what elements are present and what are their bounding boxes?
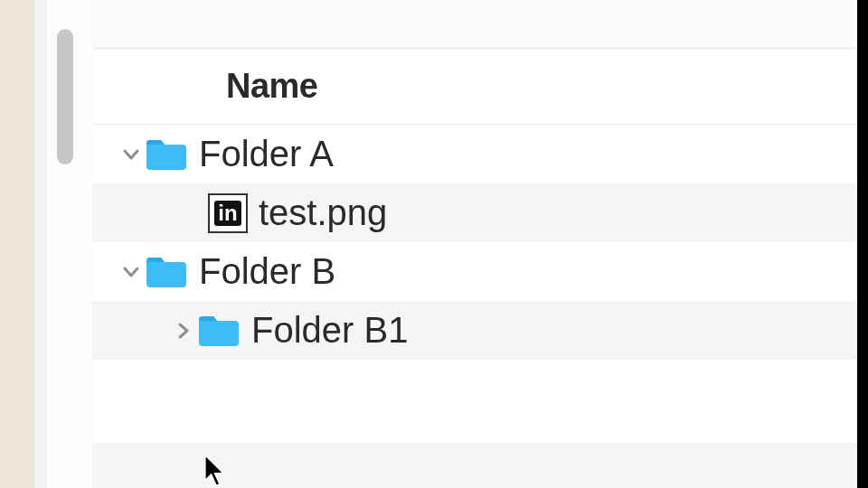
column-header-row[interactable]: Name <box>92 49 857 125</box>
chevron-down-icon[interactable] <box>118 144 145 165</box>
chevron-down-icon[interactable] <box>118 261 145 283</box>
window-frame-left <box>34 0 47 488</box>
item-name: Folder A <box>199 134 334 174</box>
image-file-icon: in <box>208 193 248 233</box>
folder-icon <box>145 254 188 290</box>
window-bezel-left <box>0 0 34 488</box>
folder-row[interactable]: Folder A <box>92 125 857 183</box>
column-header-name[interactable]: Name <box>226 67 318 106</box>
toolbar <box>92 0 857 49</box>
sidebar-scroll-thumb[interactable] <box>57 29 73 164</box>
item-name: test.png <box>259 192 387 233</box>
item-name: Folder B1 <box>251 310 408 351</box>
file-list-panel: Name Folder A in test.png <box>92 0 857 488</box>
chevron-right-icon[interactable] <box>170 320 197 342</box>
file-rows: Folder A in test.png Folder B <box>92 125 857 360</box>
folder-icon <box>197 313 241 349</box>
file-row[interactable]: in test.png <box>92 183 857 242</box>
window-bezel-right <box>857 0 868 488</box>
cursor-icon <box>203 454 230 488</box>
folder-row[interactable]: Folder B <box>92 242 857 301</box>
item-name: Folder B <box>199 251 335 292</box>
folder-row[interactable]: Folder B1 <box>92 301 857 360</box>
folder-icon <box>145 136 188 173</box>
